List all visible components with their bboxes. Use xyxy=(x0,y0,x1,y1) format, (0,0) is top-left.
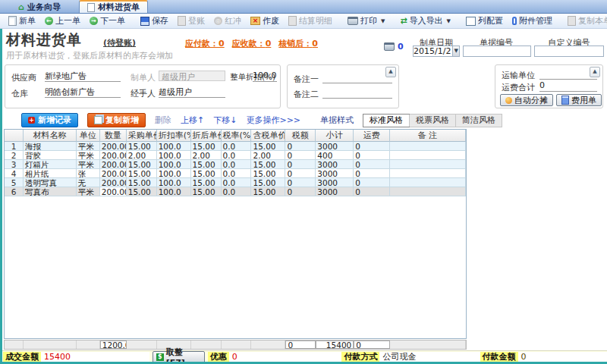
column-header[interactable]: 单位 xyxy=(77,130,100,142)
auto-allocate-button[interactable]: 自动分摊 xyxy=(500,94,553,106)
grid-cell[interactable]: 0 xyxy=(285,160,316,169)
grid-cell[interactable]: 平米 xyxy=(77,142,100,151)
grid-cell[interactable]: 0 xyxy=(354,169,390,178)
pay-method-value[interactable]: 公司现金 xyxy=(379,352,480,362)
grid-cell[interactable] xyxy=(390,169,466,178)
writeoff-link[interactable]: 核销后：0 xyxy=(278,38,318,49)
grid-cell[interactable]: 0 xyxy=(354,151,390,160)
grid-cell[interactable] xyxy=(390,151,466,160)
tab-material-purchase[interactable]: 材料进货单 xyxy=(79,0,148,13)
style-tab-standard[interactable]: 标准风格 xyxy=(363,115,409,127)
grid-cell[interactable]: 15.00 xyxy=(191,169,222,178)
transport-field[interactable] xyxy=(539,68,597,80)
move-down-link[interactable]: 下移↓ xyxy=(213,115,237,126)
red-reverse-button[interactable]: ◎红冲 xyxy=(210,14,245,27)
column-config-button[interactable]: 列配置 xyxy=(462,14,507,27)
expense-order-button[interactable]: 费用单 xyxy=(556,94,602,106)
grid-cell[interactable]: 15.00 xyxy=(191,160,222,169)
copy-add-button[interactable]: 复制新增 xyxy=(87,113,146,127)
grid-cell[interactable]: 写真布 xyxy=(24,187,77,196)
grid-cell[interactable]: 6 xyxy=(5,187,24,196)
column-header[interactable]: 税率(%) xyxy=(222,130,252,142)
grid-cell[interactable]: 3000 xyxy=(316,160,354,169)
void-button[interactable]: ×作废 xyxy=(247,14,283,27)
grid-cell[interactable]: 0.0 xyxy=(222,160,252,169)
tab-business-wizard[interactable]: ⌂ 业务向导 xyxy=(11,2,68,13)
grid-cell[interactable]: 15.00 xyxy=(251,142,285,151)
freight-total-field[interactable]: 0 xyxy=(539,80,597,92)
grid-cell[interactable]: 15.00 xyxy=(251,178,285,187)
table-row[interactable]: 5透明写真无200.0015.00100.015.000.015.0003000… xyxy=(5,178,466,187)
grid-cell[interactable]: 15.00 xyxy=(127,160,157,169)
column-header[interactable]: 折后单价 xyxy=(191,130,222,142)
grid-cell[interactable]: 3000 xyxy=(316,178,354,187)
grid-cell[interactable]: 15.00 xyxy=(127,187,157,196)
grid-cell[interactable]: 200.00 xyxy=(100,178,127,187)
handler-field[interactable]: 超级用户 xyxy=(159,86,225,98)
grid-cell[interactable]: 透明写真 xyxy=(24,178,77,187)
column-header[interactable]: 采购单价 xyxy=(127,130,157,142)
note1-field[interactable] xyxy=(322,72,392,83)
table-row[interactable]: 2背胶平米200.002.00100.02.000.02.0004000 xyxy=(5,151,466,160)
grid-cell[interactable]: 0 xyxy=(354,178,390,187)
grid-cell[interactable]: 0 xyxy=(285,169,316,178)
grid-cell[interactable]: 200.00 xyxy=(100,160,127,169)
grid-cell[interactable]: 0 xyxy=(354,160,390,169)
grid-cell[interactable]: 15.00 xyxy=(251,187,285,196)
grid-cell[interactable]: 2 xyxy=(5,151,24,160)
grid-cell[interactable]: 4 xyxy=(5,169,24,178)
column-header[interactable]: 含税单价 xyxy=(251,130,285,142)
grid-cell[interactable]: 0 xyxy=(285,142,316,151)
grid-cell[interactable]: 15.00 xyxy=(251,169,285,178)
grid-cell[interactable]: 0.0 xyxy=(222,142,252,151)
print-button[interactable]: 打印▼ xyxy=(344,14,388,27)
note2-field[interactable] xyxy=(322,87,392,99)
grid-cell[interactable]: 400 xyxy=(316,151,354,160)
column-header[interactable]: 备 注 xyxy=(390,130,466,142)
row-selector-header[interactable] xyxy=(5,130,24,142)
settle-detail-button[interactable]: 结算明细 xyxy=(285,14,336,27)
grid-cell[interactable]: 0 xyxy=(354,187,390,196)
import-export-button[interactable]: ⇄导入导出▼ xyxy=(396,14,454,27)
grid-cell[interactable]: 3000 xyxy=(316,187,354,196)
grid-cell[interactable]: 100.0 xyxy=(157,160,191,169)
doc-no-input[interactable] xyxy=(464,46,530,56)
grid-cell[interactable] xyxy=(390,187,466,196)
grid-cell[interactable]: 0 xyxy=(285,187,316,196)
table-row[interactable]: 3灯箱片平米200.0015.00100.015.000.015.0003000… xyxy=(5,160,466,169)
grid-cell[interactable]: 3000 xyxy=(316,142,354,151)
grid-cell[interactable]: 灯箱片 xyxy=(24,160,77,169)
table-row[interactable]: 6写真布平米200.0015.00100.015.000.015.0003000… xyxy=(5,187,466,196)
grid-cell[interactable]: 200.00 xyxy=(100,142,127,151)
grid-cell[interactable]: 15.00 xyxy=(191,142,222,151)
grid-cell[interactable]: 相片纸 xyxy=(24,169,77,178)
grid-cell[interactable]: 平米 xyxy=(77,160,100,169)
grid-cell[interactable]: 200.00 xyxy=(100,187,127,196)
copy-order-button[interactable]: 复制本单 xyxy=(564,14,607,27)
add-record-button[interactable]: +新增记录 xyxy=(21,113,78,127)
grid-cell[interactable]: 海报 xyxy=(24,142,77,151)
grid-cell[interactable]: 平米 xyxy=(77,187,100,196)
grid-cell[interactable]: 平米 xyxy=(77,151,100,160)
grid-cell[interactable]: 3000 xyxy=(316,169,354,178)
column-header[interactable]: 运费 xyxy=(354,130,390,142)
payable-link[interactable]: 应付款：0 xyxy=(185,38,225,49)
grid-cell[interactable]: 15.00 xyxy=(127,169,157,178)
grid-cell[interactable]: 0.0 xyxy=(222,151,252,160)
style-tab-tax[interactable]: 税票风格 xyxy=(409,115,455,127)
column-header[interactable]: 数量 xyxy=(100,130,127,142)
grid-cell[interactable]: 0.0 xyxy=(222,187,252,196)
post-account-button[interactable]: 登账 xyxy=(174,14,209,27)
column-header[interactable]: 折扣率(%) xyxy=(157,130,191,142)
delete-link[interactable]: 删除 xyxy=(155,115,171,126)
grid-cell[interactable]: 0 xyxy=(354,142,390,151)
grid-cell[interactable]: 2.00 xyxy=(251,151,285,160)
date-picker[interactable]: 2015/1/2 ▼ xyxy=(413,46,460,57)
table-row[interactable]: 4相片纸张200.0015.00100.015.000.015.00030000 xyxy=(5,169,466,178)
column-header[interactable]: 材料名称 xyxy=(24,130,77,142)
column-header[interactable]: 税额 xyxy=(285,130,316,142)
grid-cell[interactable]: 100.0 xyxy=(157,178,191,187)
grid-cell[interactable]: 100.0 xyxy=(157,187,191,196)
grid-cell[interactable] xyxy=(390,160,466,169)
grid-cell[interactable]: 200.00 xyxy=(100,169,127,178)
